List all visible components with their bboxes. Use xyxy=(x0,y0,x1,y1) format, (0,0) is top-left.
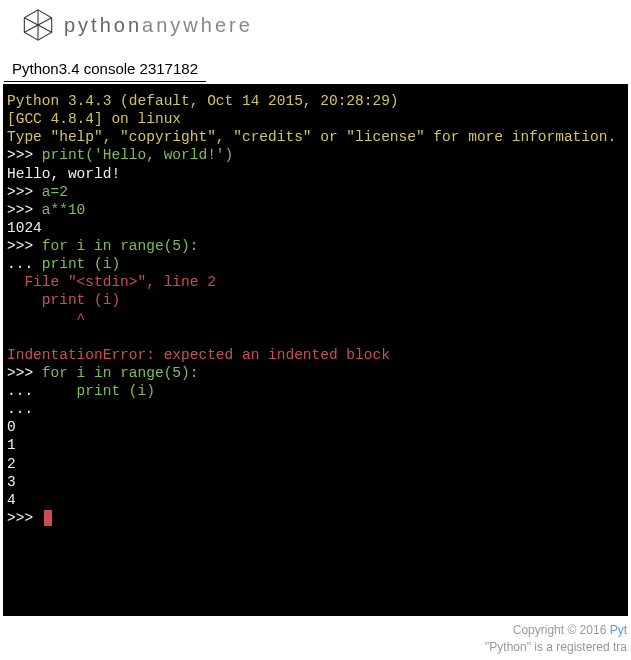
console-input: print (i) xyxy=(42,256,120,272)
copyright-text: Copyright © 2016 xyxy=(513,623,610,637)
svg-line-5 xyxy=(38,25,52,32)
prompt: >>> xyxy=(7,238,42,254)
prompt: >>> xyxy=(7,184,42,200)
console-input: for i in range(5): xyxy=(42,365,199,381)
console-output: 4 xyxy=(7,492,16,508)
console-terminal[interactable]: Python 3.4.3 (default, Oct 14 2015, 20:2… xyxy=(3,84,628,616)
logo-icon xyxy=(20,7,56,43)
console-output: 3 xyxy=(7,474,16,490)
footer: Copyright © 2016 Pyt "Python" is a regis… xyxy=(485,622,627,656)
console-line: [GCC 4.8.4] on linux xyxy=(7,111,181,127)
console-title: Python3.4 console 2317182 xyxy=(4,56,206,82)
console-input: a=2 xyxy=(42,184,68,200)
console-error: File "<stdin>", line 2 xyxy=(7,274,216,290)
brand-python: python xyxy=(64,14,142,36)
cursor-icon xyxy=(44,510,52,526)
console-line: Type "help", "copyright", "credits" or "… xyxy=(7,129,616,145)
prompt: ... xyxy=(7,383,42,399)
console-output: 2 xyxy=(7,456,16,472)
console-input: for i in range(5): xyxy=(42,238,199,254)
prompt: >>> xyxy=(7,365,42,381)
trademark-text: "Python" is a registered tra xyxy=(485,639,627,656)
brand-anywhere: anywhere xyxy=(142,14,253,36)
console-input: print (i) xyxy=(42,383,155,399)
prompt: >>> xyxy=(7,147,42,163)
brand-text: pythonanywhere xyxy=(64,14,253,37)
footer-link[interactable]: Pyt xyxy=(610,623,627,637)
console-input: a**10 xyxy=(42,202,86,218)
svg-line-2 xyxy=(38,18,52,25)
console-output: 0 xyxy=(7,419,16,435)
console-input: print('Hello, world!') xyxy=(42,147,233,163)
svg-line-3 xyxy=(24,18,38,25)
prompt: ... xyxy=(7,256,42,272)
svg-line-6 xyxy=(24,25,38,32)
console-output: Hello, world! xyxy=(7,166,120,182)
prompt: >>> xyxy=(7,510,42,526)
console-line: Python 3.4.3 (default, Oct 14 2015, 20:2… xyxy=(7,93,399,109)
prompt: >>> xyxy=(7,202,42,218)
prompt: ... xyxy=(7,401,33,417)
console-error: ^ xyxy=(7,311,85,327)
header: pythonanywhere xyxy=(0,0,631,50)
console-error: print (i) xyxy=(7,292,120,308)
console-output: 1 xyxy=(7,437,16,453)
console-error: IndentationError: expected an indented b… xyxy=(7,347,390,363)
console-output: 1024 xyxy=(7,220,42,236)
